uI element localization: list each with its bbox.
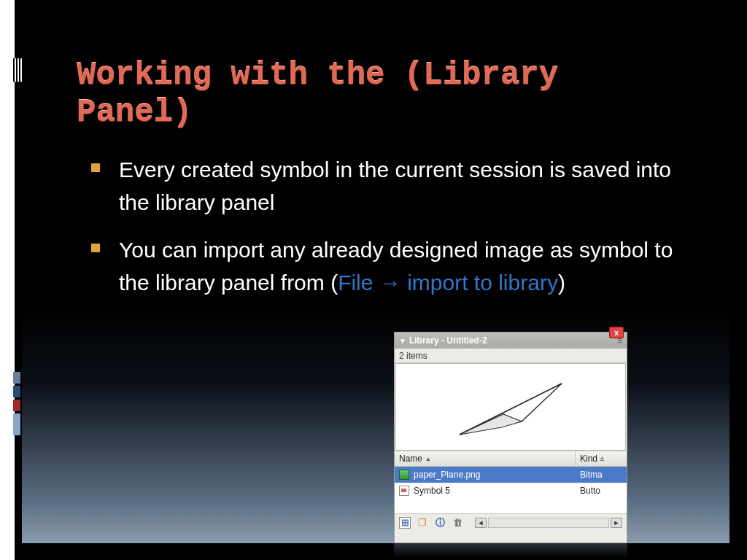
library-item-kind: Bitma <box>576 470 627 480</box>
column-headers: Name ▲ Kind ≜ <box>395 451 627 467</box>
side-ticks <box>13 372 20 438</box>
column-header-name[interactable]: Name ▲ <box>395 451 576 466</box>
paper-plane-icon <box>452 370 569 443</box>
menu-path-import: import to library <box>407 271 558 295</box>
slide-title: Working with the (Library Panel) <box>77 57 675 131</box>
library-row[interactable]: Symbol 5 Butto <box>395 483 627 499</box>
horizontal-scrollbar[interactable]: ◄ ► <box>475 518 622 528</box>
bullet-item: You can import any already designed imag… <box>91 233 689 299</box>
bullet-item: Every created symbol in the current sess… <box>91 153 689 219</box>
close-icon[interactable]: x <box>609 327 624 338</box>
panel-collapse-icon[interactable]: ▼ <box>399 337 406 345</box>
bullet-text: Every created symbol in the current sess… <box>119 158 671 214</box>
library-rows: paper_Plane.png Bitma Symbol 5 Butto <box>395 467 627 513</box>
menu-path-file: File <box>338 271 373 295</box>
library-panel: ▼ Library - Untitled-2 ≡ x 2 items Name … <box>394 332 627 543</box>
library-item-name: paper_Plane.png <box>414 470 480 480</box>
properties-button[interactable]: ⓘ <box>434 517 446 529</box>
left-white-band <box>0 0 15 560</box>
panel-title: Library - Untitled-2 <box>409 335 487 346</box>
bullet-list: Every created symbol in the current sess… <box>91 153 689 314</box>
bullet-text-post: ) <box>558 271 565 295</box>
arrow-right-icon: → <box>379 271 401 295</box>
panel-titlebar[interactable]: ▼ Library - Untitled-2 ≡ x <box>395 332 627 349</box>
sort-indicator-icon: ≜ <box>600 456 605 463</box>
svg-line-3 <box>460 384 562 435</box>
bitmap-icon <box>399 470 409 480</box>
scroll-left-button[interactable]: ◄ <box>475 518 487 528</box>
sort-asc-icon: ▲ <box>425 456 431 462</box>
slide-stage: Working with the (Library Panel) Every c… <box>0 0 747 560</box>
library-item-name: Symbol 5 <box>414 486 450 496</box>
delete-button[interactable]: 🗑 <box>452 517 463 529</box>
scroll-right-button[interactable]: ► <box>611 518 622 528</box>
scroll-track[interactable] <box>488 518 609 528</box>
new-folder-button[interactable]: ❐ <box>417 517 428 529</box>
panel-footer: ⊞ ❐ ⓘ 🗑 ◄ ► <box>395 513 627 531</box>
column-header-kind[interactable]: Kind ≜ <box>576 451 627 466</box>
panel-reflection <box>394 543 627 558</box>
library-row[interactable]: paper_Plane.png Bitma <box>395 467 627 483</box>
panel-item-count: 2 items <box>395 349 627 363</box>
button-symbol-icon <box>399 486 409 496</box>
new-symbol-button[interactable]: ⊞ <box>399 517 411 529</box>
library-item-kind: Butto <box>576 486 627 496</box>
library-preview <box>395 363 626 451</box>
